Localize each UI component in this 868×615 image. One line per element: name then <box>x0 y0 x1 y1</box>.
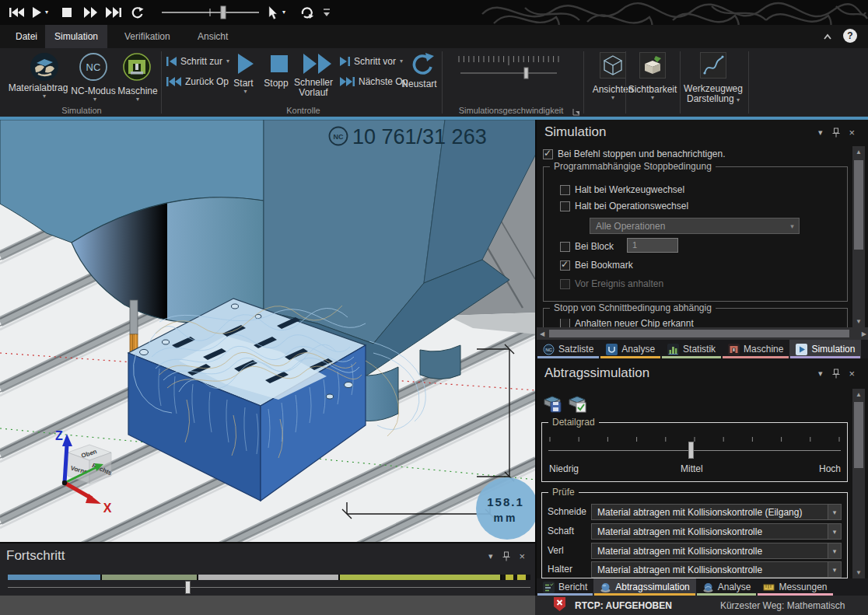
svg-text:NC: NC <box>86 61 101 73</box>
cursor-options-caret-icon[interactable]: ▾ <box>282 3 285 22</box>
play-options-caret-icon[interactable]: ▾ <box>45 3 48 22</box>
simulation-viewport[interactable]: NC 10 761/31 263 Oben Vorne Rechts <box>0 120 537 542</box>
scroll-thumb[interactable] <box>854 160 863 250</box>
scroll-left-icon[interactable]: ◀ <box>537 330 548 337</box>
start-button[interactable]: Start ▾ <box>234 53 257 95</box>
save-stock-state-icon[interactable] <box>541 390 563 417</box>
nc-icon: NC <box>334 133 344 141</box>
close-icon[interactable]: × <box>520 550 526 562</box>
simulation-panel-hscrollbar[interactable]: ◀ ▶ <box>537 327 868 340</box>
tab-statistik[interactable]: Statistik <box>661 340 722 358</box>
simulation-panel-vscrollbar[interactable]: ▲ ▼ <box>852 146 865 327</box>
previous-op-icon <box>166 77 181 86</box>
checkbox-halt-operationswechsel[interactable]: Halt bei Operationswechsel <box>560 201 688 211</box>
tab-analyse[interactable]: Analyse <box>600 340 661 358</box>
progress-slider-handle[interactable] <box>185 581 191 594</box>
zurueck-op-button[interactable]: Zurück Op <box>166 76 229 87</box>
abtrag-panel-vscrollbar[interactable]: ▲ ▼ <box>852 389 865 578</box>
checkbox-halt-werkzeugwechsel[interactable]: Halt bei Werkzeugwechsel <box>560 184 684 195</box>
fortschritt-panel: Fortschritt ▾ × <box>0 542 535 596</box>
tab-maschine[interactable]: Maschine <box>722 340 789 358</box>
tab-bericht[interactable]: Bericht <box>537 578 593 596</box>
scroll-right-icon[interactable]: ▶ <box>862 330 866 337</box>
tab-ansicht[interactable]: Ansicht <box>188 25 237 48</box>
simulation-progress-bar[interactable] <box>8 575 530 580</box>
stop-icon <box>270 53 289 75</box>
nc-list-icon: NC <box>543 344 555 355</box>
speed-slider[interactable] <box>162 3 259 22</box>
verify-stock-icon[interactable] <box>566 390 588 417</box>
scroll-thumb[interactable] <box>854 402 863 468</box>
checkbox-label: Bei Befehl stoppen und benachrichtigen. <box>558 149 726 159</box>
panel-menu-caret-icon[interactable]: ▾ <box>818 369 823 379</box>
cursor-icon[interactable] <box>268 3 278 22</box>
stop-icon[interactable] <box>62 3 72 22</box>
dropdown-schaft[interactable]: Material abtragen mit Kollisionskontroll… <box>591 523 842 540</box>
neustart-button[interactable]: Neustart <box>405 52 439 89</box>
tab-datei[interactable]: Datei <box>6 25 47 48</box>
tab-analyse-bottom[interactable]: Analyse <box>696 578 758 596</box>
collapse-ribbon-icon[interactable] <box>823 31 832 45</box>
pin-icon[interactable] <box>502 551 510 561</box>
materialabtrag-button[interactable]: Materialabtrag ▾ <box>14 51 75 100</box>
pin-icon[interactable] <box>832 128 840 138</box>
dropdown-verl[interactable]: Material abtragen mit Kollisionskontroll… <box>591 543 842 559</box>
close-icon[interactable]: × <box>849 368 856 379</box>
schneller-vorlauf-button[interactable]: SchnellerVorlauf <box>299 53 338 98</box>
checkbox-bei-bookmark[interactable]: Bei Bookmark <box>560 260 633 271</box>
replay-icon[interactable] <box>131 3 145 22</box>
dropdown-schneide[interactable]: Material abtragen mit Kollisionskontroll… <box>591 504 842 520</box>
play-icon[interactable] <box>33 3 42 22</box>
scroll-up-icon[interactable]: ▲ <box>852 149 865 155</box>
tab-underline <box>537 356 599 358</box>
checkbox-bei-befehl[interactable]: Bei Befehl stoppen und benachrichtigen. <box>543 149 726 159</box>
scroll-down-icon[interactable]: ▼ <box>852 318 865 325</box>
simulation-speed-slider[interactable] <box>457 67 560 82</box>
balloon-value: 158.1 <box>487 495 524 508</box>
group-separator <box>625 51 626 114</box>
close-icon[interactable]: × <box>849 127 856 138</box>
dropdown-value: Material abtragen mit Kollisionskontroll… <box>592 507 828 518</box>
checkbox-label: Vor Ereignis anhalten <box>575 278 663 289</box>
schritt-zur-button[interactable]: Schritt zur▾ <box>166 56 229 67</box>
tab-messungen[interactable]: Messungen <box>757 578 833 596</box>
skip-to-start-icon[interactable] <box>9 3 24 22</box>
naechste-op-button[interactable]: Nächste Op <box>340 76 408 87</box>
progress-slider-track[interactable] <box>8 587 530 588</box>
tab-satzliste[interactable]: NC Satzliste <box>537 340 600 358</box>
scroll-thumb[interactable] <box>549 330 849 337</box>
checkbox-bei-block[interactable]: Bei Block <box>560 241 614 252</box>
detail-slider-track[interactable] <box>548 450 841 451</box>
tab-simulation-dock[interactable]: Simulation <box>789 340 861 358</box>
nc-modus-button[interactable]: NC NC-Modus ▾ <box>72 51 118 103</box>
panel-menu-caret-icon[interactable]: ▾ <box>488 551 493 561</box>
tab-label: Maschine <box>744 344 783 355</box>
fast-forward-icon[interactable] <box>84 3 98 22</box>
tab-simulation[interactable]: Simulation <box>45 25 107 48</box>
dock-tabstrip-middle: NC Satzliste Analyse Statistik Maschine <box>537 340 868 358</box>
maschine-button[interactable]: Maschine ▾ <box>115 51 160 103</box>
tab-verifikation[interactable]: Verifikation <box>115 25 180 48</box>
tab-label: Analyse <box>718 582 751 592</box>
panel-menu-caret-icon[interactable]: ▾ <box>818 128 823 138</box>
detail-slider-ticks <box>548 435 841 446</box>
tab-abtragssimulation[interactable]: Abtragssimulation <box>593 578 695 596</box>
detail-label-mittel: Mittel <box>681 463 703 474</box>
toolbar-overflow-icon[interactable] <box>323 3 331 22</box>
checkbox-anhalten-chip[interactable]: Anhalten neuer Chip erkannt <box>560 319 694 327</box>
ribbon-tab-bar: Datei Simulation Verifikation Ansicht ? <box>0 25 868 48</box>
help-icon[interactable]: ? <box>843 29 857 43</box>
sichtbarkeit-button[interactable]: Sichtbarkeit ▾ <box>627 53 678 101</box>
schritt-vor-button[interactable]: Schritt vor▾ <box>340 56 403 67</box>
redo-icon[interactable] <box>299 3 314 22</box>
stopp-button[interactable]: Stopp <box>267 53 291 89</box>
werkzeugweg-darstellung-button[interactable]: Werkzeugweg Darstellung ▾ <box>681 53 745 104</box>
skip-to-end-icon[interactable] <box>106 3 121 22</box>
pin-icon[interactable] <box>832 369 840 379</box>
scroll-up-icon[interactable]: ▲ <box>852 391 865 398</box>
detail-slider-handle[interactable] <box>688 442 694 459</box>
dropdown-halter[interactable]: Material abtragen mit Kollisionskontroll… <box>591 561 842 578</box>
scroll-down-icon[interactable]: ▼ <box>852 569 865 576</box>
groupbox-title: Prüfe <box>548 487 579 498</box>
fortschritt-panel-controls: ▾ × <box>488 550 525 562</box>
